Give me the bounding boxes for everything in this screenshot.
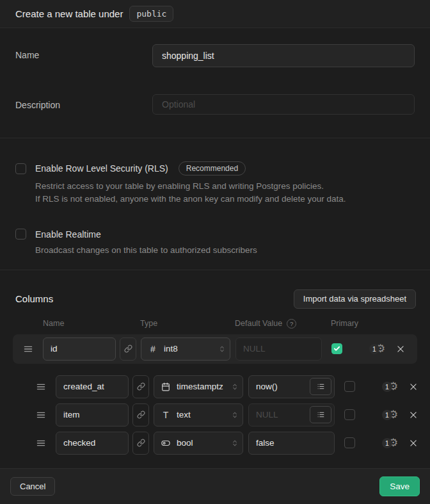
link-icon: [124, 345, 132, 353]
column-default-input[interactable]: [256, 382, 310, 391]
column-default-field: [235, 337, 322, 361]
x-icon: [396, 345, 405, 354]
column-type-select[interactable]: bool: [154, 432, 243, 455]
chevrons-up-down-icon: [230, 438, 239, 448]
rls-label: Enable Row Level Security (RLS): [35, 163, 168, 174]
text-icon: T: [161, 410, 171, 420]
save-button[interactable]: Save: [379, 476, 420, 496]
drag-handle-icon[interactable]: [36, 382, 46, 392]
primary-checkbox[interactable]: [344, 409, 355, 420]
column-row: T text 1: [13, 403, 417, 427]
calendar-icon: [161, 382, 171, 391]
table-options-section: Enable Row Level Security (RLS) Recommen…: [0, 138, 430, 270]
dialog-footer: Cancel Save: [0, 468, 430, 504]
chevrons-up-down-icon: [230, 382, 239, 392]
check-icon: [333, 345, 340, 352]
x-icon: [409, 439, 418, 448]
column-name-input[interactable]: [43, 337, 116, 361]
rls-description: Restrict access to your table by enablin…: [35, 180, 415, 206]
primary-checkbox[interactable]: [344, 437, 355, 448]
delete-column-button[interactable]: [409, 382, 418, 391]
table-meta-section: Name Description: [0, 28, 430, 138]
column-type-select[interactable]: timestamptz: [154, 375, 243, 398]
column-settings-button[interactable]: 1 ⚙: [369, 343, 390, 354]
column-row: timestamptz 1: [13, 375, 417, 398]
column-default-field: [248, 432, 335, 455]
import-spreadsheet-button[interactable]: Import data via spreadsheet: [294, 289, 416, 309]
link-icon: [137, 382, 145, 391]
foreign-key-button[interactable]: [120, 337, 136, 361]
name-label: Name: [15, 44, 152, 60]
link-icon: [137, 411, 145, 419]
create-table-dialog: Create a new table under public Name Des…: [0, 0, 430, 504]
default-suggestions-button[interactable]: [310, 406, 331, 423]
header-default-value: Default Value ?: [235, 319, 331, 329]
default-suggestions-button[interactable]: [310, 378, 331, 395]
link-icon: [137, 439, 145, 447]
settings-count-badge: 1: [382, 410, 392, 420]
column-type-select[interactable]: # int8: [141, 337, 230, 361]
schema-badge: public: [129, 6, 173, 22]
table-name-input[interactable]: [152, 44, 415, 67]
x-icon: [409, 382, 418, 391]
list-icon: [317, 411, 325, 419]
primary-checkbox[interactable]: [344, 381, 355, 392]
toggle-icon: [161, 439, 171, 448]
chevrons-up-down-icon: [230, 410, 239, 420]
delete-column-button[interactable]: [409, 439, 418, 448]
description-label: Description: [15, 94, 152, 110]
column-settings-button[interactable]: 1 ⚙: [382, 409, 402, 420]
rls-option: Enable Row Level Security (RLS) Recommen…: [15, 161, 415, 206]
x-icon: [409, 411, 418, 419]
column-row: bool 1 ⚙: [13, 432, 417, 455]
delete-column-button[interactable]: [409, 411, 418, 419]
drag-handle-icon[interactable]: [36, 410, 46, 420]
drag-handle-icon[interactable]: [36, 438, 46, 448]
dialog-title: Create a new table under: [15, 8, 123, 19]
realtime-label: Enable Realtime: [35, 229, 101, 240]
help-icon[interactable]: ?: [287, 319, 296, 329]
foreign-key-button[interactable]: [132, 403, 149, 427]
column-default-input[interactable]: [256, 410, 310, 419]
drag-handle-icon[interactable]: [23, 344, 33, 354]
column-type-select[interactable]: T text: [154, 403, 243, 427]
column-default-input[interactable]: [243, 344, 319, 354]
settings-count-badge: 1: [382, 382, 392, 392]
realtime-checkbox[interactable]: [15, 229, 26, 240]
table-description-input[interactable]: [152, 94, 415, 115]
hash-icon: #: [148, 344, 158, 354]
column-default-input[interactable]: [256, 438, 331, 448]
column-name-input[interactable]: [56, 432, 129, 455]
primary-checkbox[interactable]: [331, 343, 342, 354]
chevrons-up-down-icon: [218, 344, 227, 354]
cancel-button[interactable]: Cancel: [10, 477, 55, 496]
columns-title: Columns: [15, 293, 53, 304]
header-name: Name: [43, 319, 140, 328]
column-settings-button[interactable]: 1 ⚙: [382, 381, 402, 392]
column-default-field: [248, 403, 335, 427]
foreign-key-button[interactable]: [132, 375, 149, 398]
recommended-badge: Recommended: [179, 161, 246, 175]
delete-column-button[interactable]: [396, 345, 405, 354]
list-icon: [317, 382, 325, 391]
foreign-key-button[interactable]: [132, 432, 149, 455]
settings-count-badge: 1: [369, 344, 379, 354]
columns-header-row: Name Type Default Value ? Primary: [0, 319, 430, 329]
header-primary: Primary: [331, 319, 358, 328]
header-type: Type: [140, 319, 235, 328]
column-name-input[interactable]: [56, 375, 129, 398]
settings-count-badge: 1: [382, 438, 392, 448]
realtime-option: Enable Realtime Broadcast changes on thi…: [15, 229, 415, 257]
column-name-input[interactable]: [56, 403, 129, 427]
column-row: # int8 1: [13, 334, 417, 364]
rls-checkbox[interactable]: [15, 163, 26, 174]
realtime-description: Broadcast changes on this table to autho…: [35, 244, 415, 257]
column-settings-button[interactable]: 1 ⚙: [382, 437, 402, 448]
columns-section: Columns Import data via spreadsheet Name…: [0, 270, 430, 468]
column-default-field: [248, 375, 335, 398]
dialog-header: Create a new table under public: [0, 0, 430, 28]
